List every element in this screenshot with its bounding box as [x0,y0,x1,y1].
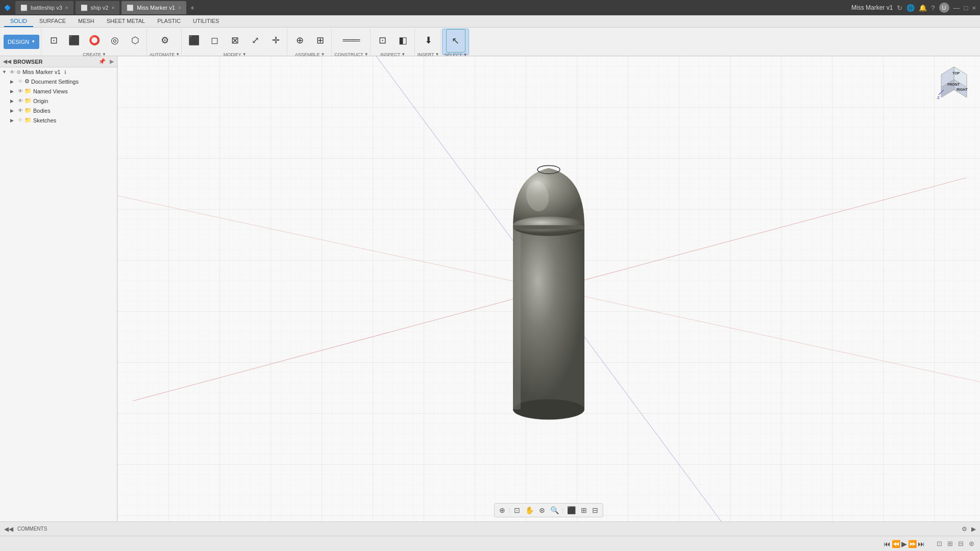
joint-button[interactable]: ⊕ [290,29,309,52]
construct-group-wrap: ═══ CONSTRUCT ▼ [333,29,370,55]
timeline-btn3[interactable]: ⊟ [957,539,965,548]
origin-eye-icon[interactable]: 👁 [18,98,23,104]
tree-item-document-settings[interactable]: ▶ 👁 ⚙ Document Settings [0,77,117,86]
tree-item-origin[interactable]: ▶ 👁 📁 Origin [0,96,117,106]
insert-button[interactable]: ⬇ [419,29,438,52]
loft-button[interactable]: ⬡ [126,29,145,52]
playback-play-button[interactable]: ▶ [901,540,907,548]
snap-button[interactable]: ⊕ [498,505,507,515]
playback-start-button[interactable]: ⏮ [884,540,891,548]
playback-next-button[interactable]: ⏩ [908,540,917,548]
bodies-eye-icon[interactable]: 👁 [18,108,23,113]
design-button[interactable]: DESIGN ▼ [4,35,39,49]
visual-style-button[interactable]: ⊞ [579,505,589,515]
sketches-eye-icon[interactable]: 👁 [18,117,23,123]
browser-collapse-icon[interactable]: ◀◀ [3,59,11,64]
tree-item-named-views[interactable]: ▶ 👁 📁 Named Views [0,86,117,96]
tab-ship-close[interactable]: × [111,5,114,11]
playback-end-button[interactable]: ⏭ [918,540,925,548]
tab-battleship[interactable]: ⬜ battleship v3 × [15,1,74,14]
tree-item-bodies[interactable]: ▶ 👁 📁 Bodies [0,106,117,115]
tab-miss-marker-close[interactable]: × [178,5,181,11]
shell-button[interactable]: ⤢ [246,29,265,52]
section-icon: ◧ [399,36,407,45]
bodies-expand-icon[interactable]: ▶ [10,108,16,113]
tree-item-sketches[interactable]: ▶ 👁 📁 Sketches [0,115,117,125]
inspect-group-wrap: ⊡ ◧ INSPECT ▼ [372,29,415,55]
root-collapse-icon[interactable]: ▼ [2,69,8,74]
sketches-expand-icon[interactable]: ▶ [10,118,16,123]
root-info-icon[interactable]: ℹ [64,69,66,75]
section-button[interactable]: ◧ [394,29,413,52]
root-eye-icon[interactable]: 👁 [10,69,15,75]
timeline-btn4[interactable]: ⊛ [967,539,976,548]
construct-plane-button[interactable]: ═══ [341,29,361,52]
root-label: Miss Marker v1 [22,69,61,75]
move-button[interactable]: ✛ [266,29,285,52]
globe-icon[interactable]: 🌐 [906,4,915,12]
tab-mesh[interactable]: MESH [72,16,101,27]
pan-button[interactable]: ✋ [524,505,535,515]
measure-button[interactable]: ⊡ [373,29,393,52]
environment-button[interactable]: ⊟ [591,505,600,515]
revolve-button[interactable]: ⭕ [85,29,104,52]
display-mode-button[interactable]: ⬛ [566,505,577,515]
timeline-btn1[interactable]: ⊡ [935,539,944,548]
insert-group-wrap: ⬇ INSERT ▼ [416,29,442,55]
doc-settings-eye-icon[interactable]: 👁 [18,79,23,84]
help-icon[interactable]: ? [931,4,935,12]
press-pull-button[interactable]: ⬛ [184,29,204,52]
browser-pin-icon[interactable]: 📌 [99,58,106,65]
assemble2-button[interactable]: ⊞ [310,29,330,52]
timeline-btn2[interactable]: ⊞ [946,539,954,548]
orbit-button[interactable]: ⊡ [512,505,522,515]
close-window-icon[interactable]: × [972,4,976,12]
select-group-wrap: ↖ SELECT ▼ [442,29,469,55]
tab-plastic[interactable]: PLASTIC [151,16,187,27]
assemble-group-wrap: ⊕ ⊞ ASSEMBLE ▼ [288,29,332,55]
origin-folder-icon: 📁 [24,97,32,104]
named-views-eye-icon[interactable]: 👁 [18,88,23,94]
minimize-icon[interactable]: — [953,4,960,12]
select-icon: ↖ [452,36,459,45]
chamfer-button[interactable]: ⊠ [225,29,244,52]
tree-root[interactable]: ▼ 👁 ⚙ Miss Marker v1 ℹ [0,67,117,77]
tab-battleship-close[interactable]: × [65,5,68,11]
tab-sheet-metal[interactable]: SHEET METAL [101,16,151,27]
fillet-button[interactable]: ◻ [205,29,224,52]
look-button[interactable]: ⊛ [537,505,547,515]
tab-solid[interactable]: SOLID [4,16,33,27]
new-tab-button[interactable]: + [190,4,194,12]
zoom-button[interactable]: 🔍 [549,505,560,515]
automate-button[interactable]: ⚙ [155,29,175,52]
tab-ship[interactable]: ⬜ ship v2 × [76,1,120,14]
refresh-icon[interactable]: ↻ [897,4,902,12]
maximize-icon[interactable]: □ [964,4,968,12]
status-bar: ◀◀ COMMENTS ⚙ ▶ [0,521,980,536]
comments-collapse-icon[interactable]: ◀◀ [4,525,13,533]
tab-miss-marker[interactable]: ⬜ Miss Marker v1 × [121,1,186,14]
user-avatar[interactable]: U [939,3,949,13]
bodies-folder-icon: 📁 [24,107,32,114]
bell-icon[interactable]: 🔔 [919,4,927,12]
root-settings-icon[interactable]: ⚙ [16,69,21,75]
origin-expand-icon[interactable]: ▶ [10,98,16,104]
browser-expand-icon[interactable]: ▶ [110,59,114,64]
modify-group-wrap: ⬛ ◻ ⊠ ⤢ ✛ MODIFY ▼ [183,29,287,55]
extrude-button[interactable]: ⬛ [64,29,84,52]
tab-utilities[interactable]: UTILITIES [187,16,225,27]
comments-expand-icon[interactable]: ▶ [971,525,976,533]
tab-surface[interactable]: SURFACE [33,16,72,27]
svg-text:Z: Z [937,95,940,100]
select-button[interactable]: ↖ [446,29,465,53]
sweep-button[interactable]: ◎ [105,29,125,52]
revolve-icon: ⭕ [89,36,100,45]
viewport[interactable]: FRONT RIGHT TOP Z ⊕ | ⊡ ✋ ⊛ 🔍 | ⬛ ⊞ ⊟ [117,56,980,521]
doc-settings-expand-icon[interactable]: ▶ [10,79,16,84]
new-component-button[interactable]: ⊡ [44,29,63,52]
named-views-expand-icon[interactable]: ▶ [10,89,16,94]
shell-icon: ⤢ [252,36,259,45]
nav-cube[interactable]: FRONT RIGHT TOP Z [936,64,972,100]
playback-prev-button[interactable]: ⏪ [892,540,900,548]
comments-settings-icon[interactable]: ⚙ [962,525,967,533]
